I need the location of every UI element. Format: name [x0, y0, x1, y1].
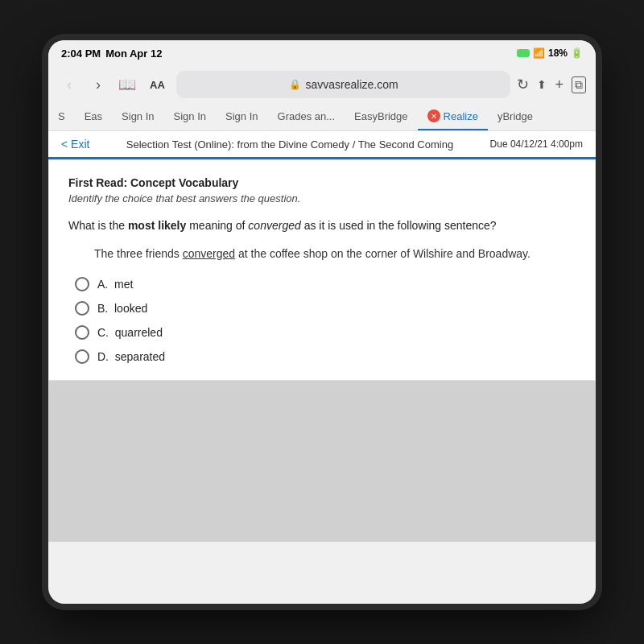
tabs-button[interactable]: ⧉ [572, 76, 586, 93]
option-b-label: B. looked [97, 302, 147, 315]
battery-icon: 🔋 [571, 47, 583, 59]
main-content: First Read: Concept Vocabulary Identify … [48, 159, 596, 381]
section-title: First Read: Concept Vocabulary [68, 176, 576, 189]
option-a[interactable]: A. met [75, 277, 576, 291]
example-after: at the coffee shop on the corner of Wils… [235, 247, 530, 260]
back-icon: ‹ [67, 76, 72, 93]
forward-button[interactable]: › [87, 73, 109, 96]
tab-easybridge[interactable]: EasyBridge [345, 104, 417, 130]
option-c-label: C. quarreled [97, 326, 163, 339]
reload-button[interactable]: ↻ [517, 76, 529, 93]
tab-signin-1[interactable]: Sign In [112, 104, 163, 130]
signal-icon: 📶 [533, 47, 545, 59]
page-background [48, 381, 596, 542]
example-underline: converged [183, 247, 235, 260]
page-header: < Exit Selection Test (Online): from the… [48, 131, 596, 159]
device-frame: 2:04 PM Mon Apr 12 📶 18% 🔋 ‹ › 📖 AA 🔒 sa… [48, 40, 596, 604]
option-c[interactable]: C. quarreled [75, 325, 576, 340]
question-text-after: as it is used in the following sentence? [301, 219, 497, 232]
url-text: savvasrealize.com [306, 78, 398, 91]
url-bar[interactable]: 🔒 savvasrealize.com [176, 71, 511, 98]
radio-b[interactable] [75, 301, 89, 316]
status-time: 2:04 PM [61, 47, 101, 60]
lock-icon: 🔒 [289, 79, 301, 90]
tab-eas[interactable]: Eas [75, 104, 112, 130]
bookmark-button[interactable]: 📖 [116, 73, 138, 96]
status-bar: 2:04 PM Mon Apr 12 📶 18% 🔋 [48, 40, 596, 66]
tabs-row: S Eas Sign In Sign In Sign In Grades an.… [48, 103, 596, 131]
status-left: 2:04 PM Mon Apr 12 [61, 47, 162, 60]
share-button[interactable]: ⬆ [537, 78, 547, 91]
option-b[interactable]: B. looked [75, 301, 576, 316]
status-right: 📶 18% 🔋 [517, 47, 583, 59]
page-title: Selection Test (Online): from the Divine… [126, 138, 453, 151]
call-indicator [517, 49, 530, 57]
aa-button[interactable]: AA [145, 76, 170, 94]
forward-icon: › [96, 76, 101, 93]
question-text-before: What is the [68, 219, 128, 232]
answer-options: A. met B. looked C. quarreled D. separat… [75, 277, 576, 364]
tab-close-icon[interactable]: ✕ [427, 109, 440, 122]
radio-a[interactable] [75, 277, 89, 291]
due-date: Due 04/12/21 4:00pm [490, 138, 583, 150]
toolbar-icons: ↻ ⬆ + ⧉ [517, 76, 586, 93]
battery-text: 18% [548, 47, 568, 59]
radio-c[interactable] [75, 325, 89, 340]
section-subtitle: Identify the choice that best answers th… [68, 192, 576, 204]
status-date: Mon Apr 12 [105, 47, 162, 60]
tab-signin-3[interactable]: Sign In [216, 104, 267, 130]
tab-realize[interactable]: ✕ Realize [418, 103, 488, 130]
example-sentence: The three friends converged at the coffe… [94, 246, 576, 262]
option-d[interactable]: D. separated [75, 349, 576, 364]
radio-d[interactable] [75, 349, 89, 364]
exit-button[interactable]: < Exit [61, 138, 89, 151]
question-text: What is the most likely meaning of conve… [68, 217, 576, 234]
question-italic: converged [248, 219, 300, 232]
tab-ybridge[interactable]: yBridge [488, 104, 543, 130]
back-button[interactable]: ‹ [58, 73, 80, 96]
bookmark-icon: 📖 [118, 76, 136, 93]
option-a-label: A. met [97, 278, 133, 291]
question-bold: most likely [128, 219, 186, 232]
tab-s[interactable]: S [48, 104, 75, 130]
example-before: The three friends [94, 247, 183, 260]
option-d-label: D. separated [97, 350, 165, 363]
tab-grades[interactable]: Grades an... [268, 104, 345, 130]
tab-signin-2[interactable]: Sign In [164, 104, 216, 130]
url-bar-row: ‹ › 📖 AA 🔒 savvasrealize.com ↻ ⬆ + ⧉ [48, 66, 596, 103]
question-text-middle: meaning of [186, 219, 248, 232]
add-tab-button[interactable]: + [555, 76, 564, 93]
